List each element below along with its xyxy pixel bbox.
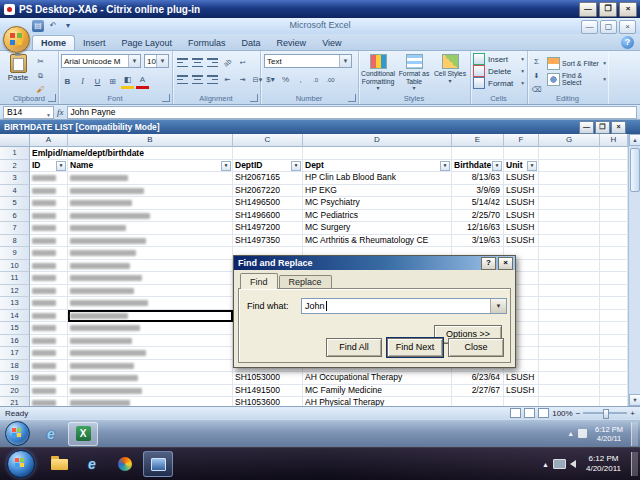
cell-C3[interactable]: SH2067165 bbox=[233, 172, 303, 185]
cell-C21[interactable]: SH1053600 bbox=[233, 397, 303, 406]
cell-G4[interactable] bbox=[539, 185, 600, 198]
close-button[interactable]: Close bbox=[448, 338, 504, 357]
dialog-close-icon[interactable]: × bbox=[498, 257, 513, 270]
cell-H2[interactable] bbox=[600, 160, 628, 173]
cells-format-button[interactable]: Format▾ bbox=[471, 77, 526, 89]
filter-dropdown-icon[interactable]: ▾ bbox=[221, 161, 231, 171]
cell-E20[interactable]: 2/27/67 bbox=[452, 385, 504, 398]
cell-D3[interactable]: HP Clin Lab Blood Bank bbox=[303, 172, 452, 185]
formula-input[interactable]: John Payne bbox=[67, 106, 638, 119]
cell-D20[interactable]: MC Family Medicine bbox=[303, 385, 452, 398]
filter-dropdown-icon[interactable]: ▾ bbox=[440, 161, 450, 171]
cell-H13[interactable] bbox=[600, 297, 628, 310]
row-header-17[interactable]: 17 bbox=[0, 347, 30, 360]
help-icon[interactable]: ? bbox=[621, 36, 634, 49]
cell-G3[interactable] bbox=[539, 172, 600, 185]
dialog-help-icon[interactable]: ? bbox=[481, 257, 496, 270]
number-format-combo[interactable]: Text ▼ bbox=[264, 54, 352, 68]
cell-B8[interactable] bbox=[68, 235, 233, 248]
cell-E2[interactable]: Birthdate▾ bbox=[452, 160, 504, 173]
cell-A8[interactable] bbox=[30, 235, 68, 248]
cell-B2[interactable]: Name▾ bbox=[68, 160, 233, 173]
column-header-F[interactable]: F bbox=[504, 134, 539, 147]
cell-B6[interactable] bbox=[68, 210, 233, 223]
cell-B12[interactable] bbox=[68, 285, 233, 298]
view-page-break-icon[interactable] bbox=[538, 408, 549, 418]
cell-C8[interactable]: SH1497350 bbox=[233, 235, 303, 248]
media-player-taskbar-icon[interactable] bbox=[110, 451, 140, 477]
column-header-B[interactable]: B bbox=[68, 134, 233, 147]
cell-A18[interactable] bbox=[30, 360, 68, 373]
column-header-G[interactable]: G bbox=[539, 134, 600, 147]
dialog-tab-replace[interactable]: Replace bbox=[279, 275, 332, 289]
cell-E8[interactable]: 3/19/63 bbox=[452, 235, 504, 248]
underline-button[interactable]: U bbox=[91, 75, 104, 88]
excel-close-icon[interactable]: × bbox=[619, 20, 636, 34]
local-start-button[interactable] bbox=[7, 450, 35, 478]
remote-show-hidden-icons[interactable]: ▲ bbox=[567, 430, 574, 437]
wrap-text-icon[interactable]: ↩ bbox=[236, 56, 249, 69]
citrix-close-icon[interactable]: × bbox=[619, 2, 637, 17]
cell-H15[interactable] bbox=[600, 322, 628, 335]
increase-indent-icon[interactable]: ⇥ bbox=[236, 73, 249, 86]
cell-E7[interactable]: 12/16/63 bbox=[452, 222, 504, 235]
row-header-6[interactable]: 6 bbox=[0, 210, 30, 223]
column-header-E[interactable]: E bbox=[452, 134, 504, 147]
row-header-10[interactable]: 10 bbox=[0, 260, 30, 273]
insert-function-icon[interactable]: fx bbox=[57, 107, 64, 117]
row-header-5[interactable]: 5 bbox=[0, 197, 30, 210]
font-name-combo[interactable]: Arial Unicode M ▼ bbox=[61, 54, 141, 68]
cut-icon[interactable]: ✂ bbox=[34, 55, 47, 68]
cell-D6[interactable]: MC Pediatrics bbox=[303, 210, 452, 223]
increase-decimal-icon[interactable]: .0 bbox=[309, 73, 322, 86]
bold-button[interactable]: B bbox=[61, 75, 74, 88]
dialog-tab-find[interactable]: Find bbox=[240, 273, 278, 289]
cell-C6[interactable]: SH1496600 bbox=[233, 210, 303, 223]
cell-F2[interactable]: Unit▾ bbox=[504, 160, 539, 173]
cell-G9[interactable] bbox=[539, 247, 600, 260]
cell-B19[interactable] bbox=[68, 372, 233, 385]
cell-C4[interactable]: SH2067220 bbox=[233, 185, 303, 198]
row-header-13[interactable]: 13 bbox=[0, 297, 30, 310]
cell-G18[interactable] bbox=[539, 360, 600, 373]
cell-F5[interactable]: LSUSH bbox=[504, 197, 539, 210]
cell-E5[interactable]: 5/14/42 bbox=[452, 197, 504, 210]
remote-start-button[interactable] bbox=[5, 421, 30, 446]
italic-button[interactable]: I bbox=[76, 75, 89, 88]
cell-B13[interactable] bbox=[68, 297, 233, 310]
cell-B15[interactable] bbox=[68, 322, 233, 335]
cell-A21[interactable] bbox=[30, 397, 68, 406]
number-format-dropdown-icon[interactable]: ▼ bbox=[339, 55, 351, 67]
orientation-icon[interactable]: ab bbox=[218, 53, 236, 71]
conditional-formatting-button[interactable]: Conditional Formatting▾ bbox=[360, 53, 396, 94]
cell-B11[interactable] bbox=[68, 272, 233, 285]
cell-G21[interactable] bbox=[539, 397, 600, 406]
scroll-down-icon[interactable]: ▼ bbox=[629, 394, 640, 406]
cell-B5[interactable] bbox=[68, 197, 233, 210]
cell-B16[interactable] bbox=[68, 335, 233, 348]
cell-D5[interactable]: MC Psychiatry bbox=[303, 197, 452, 210]
filter-dropdown-icon[interactable]: ▾ bbox=[527, 161, 537, 171]
cell-G10[interactable] bbox=[539, 260, 600, 273]
remote-ie-taskbar-icon[interactable]: e bbox=[36, 422, 66, 446]
zoom-out-icon[interactable]: − bbox=[576, 409, 581, 418]
explorer-taskbar-icon[interactable] bbox=[44, 451, 74, 477]
cell-H19[interactable] bbox=[600, 372, 628, 385]
find-select-button[interactable]: Find & Select▾ bbox=[547, 71, 606, 87]
vertical-scrollbar[interactable]: ▲ ▼ bbox=[628, 134, 640, 406]
row-header-3[interactable]: 3 bbox=[0, 172, 30, 185]
cell-G5[interactable] bbox=[539, 197, 600, 210]
citrix-session-taskbar-button[interactable] bbox=[143, 451, 173, 477]
cell-F3[interactable]: LSUSH bbox=[504, 172, 539, 185]
row-header-15[interactable]: 15 bbox=[0, 322, 30, 335]
cell-H12[interactable] bbox=[600, 285, 628, 298]
clipboard-dialog-launcher-icon[interactable] bbox=[48, 94, 56, 102]
cell-H17[interactable] bbox=[600, 347, 628, 360]
zoom-in-icon[interactable]: + bbox=[630, 409, 635, 418]
view-page-layout-icon[interactable] bbox=[524, 408, 535, 418]
ribbon-tab-review[interactable]: Review bbox=[269, 36, 315, 50]
cell-A5[interactable] bbox=[30, 197, 68, 210]
remote-excel-taskbar-icon[interactable]: X bbox=[68, 422, 98, 446]
cell-A12[interactable] bbox=[30, 285, 68, 298]
remote-tray-icon[interactable] bbox=[578, 429, 587, 438]
